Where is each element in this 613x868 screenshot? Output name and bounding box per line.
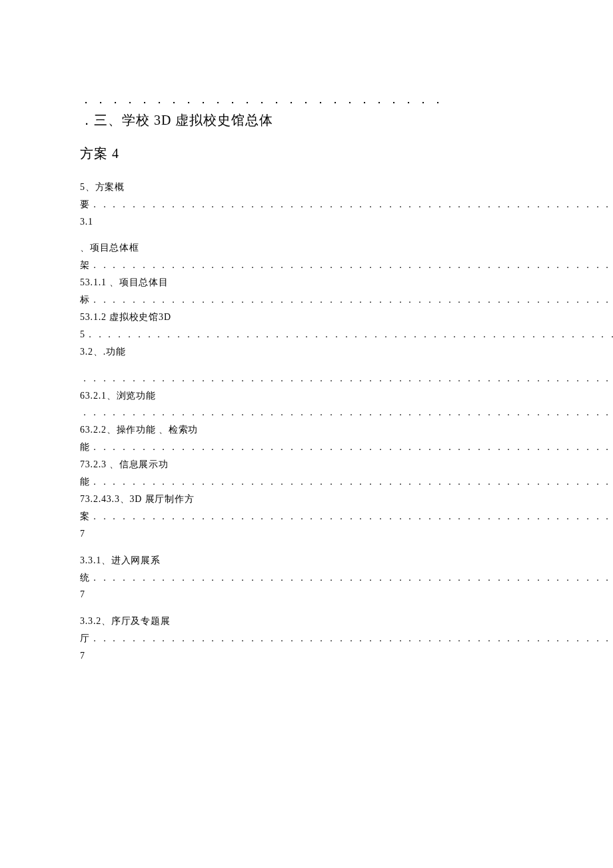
title-line-1: ．．．．．．．．．．．．．．．．．．．．．．．．． ．三、学校 3D 虚拟校史馆…: [80, 90, 533, 131]
title-line-2: 方案 4: [80, 143, 533, 164]
toc-entry: 、项目总体框架．．．．．．．．．．．．．．．．．．．．．．．．．．．．．．．．．…: [80, 239, 533, 360]
title-dots: ．．．．．．．．．．．．．．．．．．．．．．．．．: [80, 90, 446, 109]
toc-entry: 3.3.2、序厅及专题展厅．．．．．．．．．．．．．．．．．．．．．．．．．．．…: [80, 613, 533, 665]
toc-entry: 3.3.1、进入网展系统．．．．．．．．．．．．．．．．．．．．．．．．．．．．…: [80, 552, 533, 604]
title-text-1: ．三、学校 3D 虚拟校史馆总体: [80, 109, 273, 131]
toc-entry: 5、方案概要．．．．．．．．．．．．．．．．．．．．．．．．．．．．．．．．．．…: [80, 179, 533, 231]
toc-entry: ．．．．．．．．．．．．．．．．．．．．．．．．．．．．．．．．．．．．．．．．…: [80, 370, 533, 543]
